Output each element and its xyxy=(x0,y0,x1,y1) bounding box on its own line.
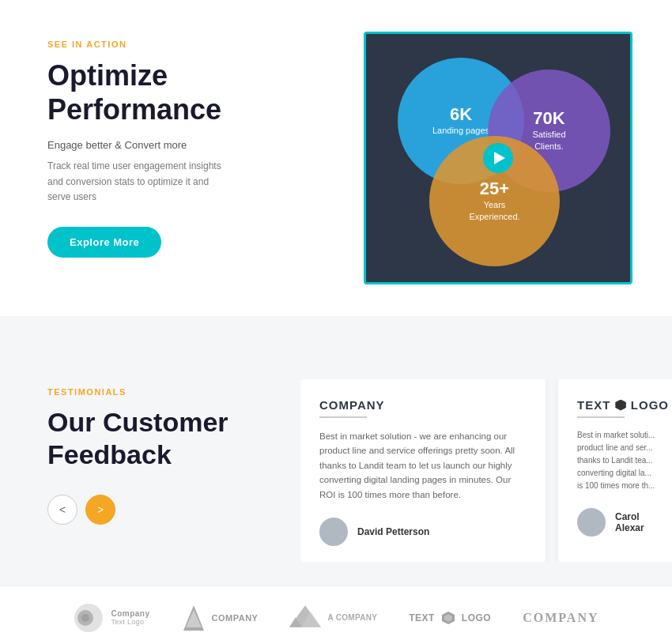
card2-author: Carol Alexar xyxy=(577,508,669,537)
venn-diagram-box: 6K Landing pages 70K SatisfiedClients. 2… xyxy=(364,32,632,284)
author-name-1: David Petterson xyxy=(357,526,429,537)
see-in-action-label: SEE IN ACTION xyxy=(47,40,332,49)
testimonials-label: TESTIMONIALS xyxy=(47,387,277,397)
logo3-icon xyxy=(289,604,321,632)
testimonials-title: Our Customer Feedback xyxy=(47,406,277,471)
logo1-text: Company Text Logo xyxy=(111,609,149,626)
prev-testimonial-button[interactable]: < xyxy=(47,495,77,525)
card1-text: Best in market solution - we are enhanci… xyxy=(319,429,527,502)
testimonials-section: TESTIMONIALS Our Customer Feedback < > C… xyxy=(0,363,672,586)
description: Track real time user engagement insights… xyxy=(47,159,221,205)
logos-section: Company Text Logo COMPANY A COMPANY TEXT xyxy=(0,586,672,644)
play-icon xyxy=(494,152,505,164)
hex-icon xyxy=(615,400,625,411)
logo3-text: A COMPANY xyxy=(327,613,377,622)
svg-marker-4 xyxy=(186,610,202,627)
card2-text: Best in market soluti...product line and… xyxy=(577,429,669,492)
logo-company-serif: COMPANY xyxy=(523,611,598,625)
card-underline xyxy=(319,416,367,418)
next-testimonial-button[interactable]: > xyxy=(85,495,115,525)
explore-more-button[interactable]: Explore More xyxy=(47,227,161,258)
logo2-text: COMPANY xyxy=(212,613,259,623)
author-avatar-1 xyxy=(319,518,348,546)
left-content: SEE IN ACTION Optimize Performance Engag… xyxy=(47,32,332,258)
testimonial-card-2-partial: TEXT LOGO Best in market soluti...produc… xyxy=(558,379,672,562)
card-underline-2 xyxy=(577,416,625,418)
testimonials-cards: COMPANY Best in market solution - we are… xyxy=(300,379,672,562)
hex-logo-icon xyxy=(441,611,455,625)
card2-company: TEXT LOGO xyxy=(577,398,669,412)
testimonials-left: TESTIMONIALS Our Customer Feedback < > xyxy=(0,379,300,533)
author-avatar-2 xyxy=(577,508,606,537)
logo-company-triangle: COMPANY xyxy=(182,604,259,632)
nav-buttons: < > xyxy=(47,495,277,525)
testimonial-card-1: COMPANY Best in market solution - we are… xyxy=(300,379,546,562)
card1-company: COMPANY xyxy=(319,398,527,412)
logo-text-hex-logo: TEXT LOGO xyxy=(409,611,491,625)
tagline: Engage better & Convert more xyxy=(47,139,332,151)
play-button[interactable] xyxy=(483,143,513,173)
main-title: Optimize Performance xyxy=(47,58,332,126)
logo-company-text: Company Text Logo xyxy=(73,602,149,634)
author-name-2: Carol Alexar xyxy=(615,511,669,533)
section-divider xyxy=(0,316,672,363)
svg-point-2 xyxy=(81,614,89,622)
logo2-icon xyxy=(182,604,206,632)
logo1-icon xyxy=(73,602,104,634)
logo-a-company: A COMPANY xyxy=(289,604,377,632)
venn-container: 6K Landing pages 70K SatisfiedClients. 2… xyxy=(366,34,630,282)
logo5-text: COMPANY xyxy=(523,611,598,625)
card1-author: David Petterson xyxy=(319,518,527,546)
top-section: SEE IN ACTION Optimize Performance Engag… xyxy=(0,0,672,316)
